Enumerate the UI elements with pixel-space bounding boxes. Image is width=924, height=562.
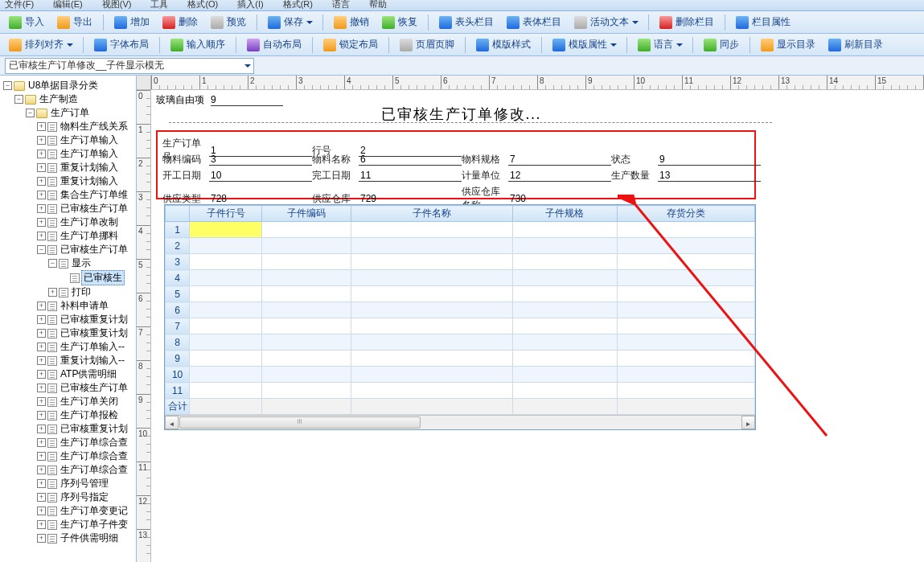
grid-cell[interactable] bbox=[190, 238, 262, 254]
grid-cell[interactable] bbox=[351, 351, 512, 367]
tree-item-label[interactable]: 生产订单综合查 bbox=[59, 436, 129, 449]
detail-grid[interactable]: 子件行号子件编码子件名称子件规格存货分类 1234567891011 合计 bbox=[164, 204, 756, 430]
tree-expander[interactable]: + bbox=[37, 534, 46, 543]
tree-item-label[interactable]: 已审核重复计划 bbox=[59, 326, 129, 340]
tree-expander[interactable]: + bbox=[37, 122, 46, 131]
tree-item-label[interactable]: ATP供需明细 bbox=[59, 367, 118, 381]
grid-cell[interactable] bbox=[512, 270, 618, 286]
template-style-button[interactable]: 模版样式 bbox=[470, 36, 536, 54]
grid-cell[interactable] bbox=[190, 367, 262, 383]
tree-expander[interactable]: + bbox=[37, 136, 46, 145]
table-row[interactable]: 10 bbox=[166, 367, 755, 383]
table-row[interactable]: 11 bbox=[166, 383, 755, 399]
tree-item-label[interactable]: 生产订单综合查 bbox=[59, 463, 129, 477]
tree-item-label[interactable]: 序列号管理 bbox=[59, 477, 110, 490]
tree-expander[interactable]: + bbox=[37, 493, 46, 502]
canvas[interactable]: 玻璃自由项 9 已审核生产订单修改... 生产订单号1行号2 物料编码3物料名称… bbox=[151, 90, 924, 562]
tree-expander[interactable]: + bbox=[37, 425, 46, 433]
tree-item-label[interactable]: 显示 bbox=[70, 256, 92, 270]
grid-cell[interactable] bbox=[512, 334, 618, 351]
tree-item-label[interactable]: 生产订单挪料 bbox=[59, 229, 120, 243]
form-field[interactable]: 生产数量13 bbox=[611, 169, 761, 183]
grid-col-header[interactable]: 子件规格 bbox=[512, 206, 618, 222]
undo-button[interactable]: 撤销 bbox=[328, 14, 375, 31]
tree-expander[interactable]: + bbox=[37, 204, 46, 213]
tree-item-label[interactable]: 序列号指定 bbox=[59, 490, 110, 504]
tree-item-label[interactable]: 生产订单输入 bbox=[59, 133, 120, 147]
header-col-button[interactable]: 表头栏目 bbox=[433, 14, 499, 31]
grid-cell[interactable] bbox=[262, 367, 351, 383]
template-prop-button[interactable]: 模版属性 bbox=[547, 36, 622, 54]
grid-cell[interactable] bbox=[351, 254, 512, 270]
tree-item-label[interactable]: 已审核重复计划 bbox=[59, 422, 129, 436]
grid-cell[interactable] bbox=[262, 286, 351, 302]
menu-item[interactable]: 编辑(E) bbox=[53, 0, 83, 10]
grid-cell[interactable] bbox=[618, 367, 755, 383]
body-col-button[interactable]: 表体栏目 bbox=[501, 14, 567, 31]
grid-cell[interactable] bbox=[618, 318, 755, 334]
tree-expander[interactable]: + bbox=[37, 397, 46, 406]
tree-expander[interactable]: + bbox=[37, 466, 46, 474]
tree-item-label[interactable]: 已审核生产订单 bbox=[59, 243, 129, 256]
tree-expander[interactable]: − bbox=[3, 81, 12, 90]
grid-cell[interactable] bbox=[512, 254, 618, 270]
form-field[interactable]: 物料规格7 bbox=[462, 153, 611, 166]
refresh-toc-button[interactable]: 刷新目录 bbox=[823, 36, 889, 54]
grid-cell[interactable] bbox=[262, 334, 351, 351]
grid-col-header[interactable]: 子件名称 bbox=[351, 206, 512, 222]
grid-cell[interactable] bbox=[262, 254, 351, 270]
menu-item[interactable]: 语言 bbox=[332, 0, 350, 10]
grid-cell[interactable] bbox=[190, 222, 262, 238]
tree-expander[interactable]: + bbox=[37, 163, 46, 172]
scroll-thumb[interactable] bbox=[179, 416, 421, 429]
grid-cell[interactable] bbox=[262, 238, 351, 254]
form-field[interactable]: 物料编码3 bbox=[162, 153, 312, 166]
table-row[interactable]: 8 bbox=[166, 334, 755, 351]
menu-item[interactable]: 格式(R) bbox=[283, 0, 313, 10]
table-row[interactable]: 9 bbox=[166, 351, 755, 367]
grid-cell[interactable] bbox=[512, 318, 618, 334]
menu-item[interactable]: 工具 bbox=[150, 0, 168, 10]
tree-item-label[interactable]: 重复计划输入-- bbox=[59, 354, 126, 367]
tree-expander[interactable]: + bbox=[48, 288, 57, 297]
tree-pane[interactable]: −U8单据目录分类−生产制造−生产订单+物料生产线关系+生产订单输入+生产订单输… bbox=[0, 76, 137, 562]
scroll-right-button[interactable] bbox=[741, 416, 755, 429]
row-header[interactable]: 8 bbox=[166, 334, 190, 351]
tree-item-label[interactable]: 已审核重复计划 bbox=[59, 313, 129, 326]
menu-item[interactable]: 文件(F) bbox=[5, 0, 34, 10]
import-button[interactable]: 导入 bbox=[3, 14, 50, 31]
grid-cell[interactable] bbox=[512, 286, 618, 302]
lock-layout-button[interactable]: 锁定布局 bbox=[318, 36, 384, 54]
row-header[interactable]: 1 bbox=[166, 222, 190, 238]
tree-expander[interactable]: − bbox=[26, 109, 35, 117]
table-row[interactable]: 2 bbox=[166, 238, 755, 254]
tree-item-label[interactable]: 已审核生产订单 bbox=[59, 381, 129, 395]
tree-expander[interactable]: − bbox=[14, 95, 23, 104]
grid-cell[interactable] bbox=[351, 334, 512, 351]
tree-expander[interactable]: + bbox=[37, 343, 46, 351]
tree-item-label[interactable]: 补料申请单 bbox=[59, 299, 110, 313]
table-row[interactable]: 5 bbox=[166, 286, 755, 302]
form-field[interactable]: 完工日期11 bbox=[312, 169, 462, 183]
grid-cell[interactable] bbox=[351, 270, 512, 286]
row-header[interactable]: 3 bbox=[166, 254, 190, 270]
tree-expander[interactable]: + bbox=[37, 507, 46, 515]
grid-cell[interactable] bbox=[262, 318, 351, 334]
row-header[interactable]: 5 bbox=[166, 286, 190, 302]
form-field[interactable]: 计量单位12 bbox=[462, 169, 611, 183]
tree-expander[interactable]: + bbox=[37, 438, 46, 447]
input-order-button[interactable]: 输入顺序 bbox=[165, 36, 231, 54]
grid-cell[interactable] bbox=[512, 383, 618, 399]
grid-cell[interactable] bbox=[262, 270, 351, 286]
row-header[interactable]: 9 bbox=[166, 351, 190, 367]
grid-cell[interactable] bbox=[190, 270, 262, 286]
form-field[interactable]: 供应类型728 bbox=[162, 192, 312, 206]
row-header[interactable]: 11 bbox=[166, 383, 190, 399]
tree-item-label[interactable]: 子件供需明细 bbox=[59, 531, 120, 545]
grid-cell[interactable] bbox=[512, 302, 618, 318]
form-field[interactable]: 供应仓库729 bbox=[312, 192, 462, 206]
grid-cell[interactable] bbox=[190, 254, 262, 270]
tree-item-label[interactable]: 生产订单变更记 bbox=[59, 504, 129, 518]
tree-expander[interactable]: + bbox=[37, 177, 46, 186]
align-button[interactable]: 排列对齐 bbox=[3, 36, 78, 54]
